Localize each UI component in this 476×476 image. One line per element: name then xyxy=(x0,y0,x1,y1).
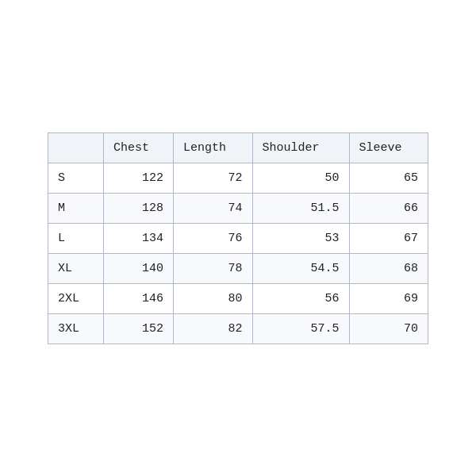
header-chest: Chest xyxy=(104,132,174,163)
cell-length: 72 xyxy=(174,163,252,193)
cell-sleeve: 68 xyxy=(349,253,428,283)
header-length: Length xyxy=(174,132,252,163)
cell-size: M xyxy=(48,193,104,223)
cell-sleeve: 67 xyxy=(349,223,428,253)
cell-size: XL xyxy=(48,253,104,283)
table-row: 2XL146805669 xyxy=(48,283,428,313)
cell-chest: 152 xyxy=(104,313,174,344)
table-row: L134765367 xyxy=(48,223,428,253)
cell-size: 2XL xyxy=(48,283,104,313)
cell-sleeve: 66 xyxy=(349,193,428,223)
cell-length: 78 xyxy=(174,253,252,283)
cell-shoulder: 56 xyxy=(252,283,349,313)
table-row: S122725065 xyxy=(48,163,428,193)
cell-length: 74 xyxy=(174,193,252,223)
header-sleeve: Sleeve xyxy=(349,132,428,163)
cell-chest: 146 xyxy=(104,283,174,313)
cell-shoulder: 53 xyxy=(252,223,349,253)
cell-shoulder: 54.5 xyxy=(252,253,349,283)
cell-length: 76 xyxy=(174,223,252,253)
size-chart-container: Chest Length Shoulder Sleeve S122725065M… xyxy=(48,132,428,344)
table-row: XL1407854.568 xyxy=(48,253,428,283)
cell-chest: 140 xyxy=(104,253,174,283)
cell-sleeve: 65 xyxy=(349,163,428,193)
cell-chest: 128 xyxy=(104,193,174,223)
cell-shoulder: 51.5 xyxy=(252,193,349,223)
cell-chest: 122 xyxy=(104,163,174,193)
cell-size: S xyxy=(48,163,104,193)
header-shoulder: Shoulder xyxy=(252,132,349,163)
cell-shoulder: 50 xyxy=(252,163,349,193)
cell-size: L xyxy=(48,223,104,253)
table-row: M1287451.566 xyxy=(48,193,428,223)
table-row: 3XL1528257.570 xyxy=(48,313,428,344)
cell-length: 80 xyxy=(174,283,252,313)
cell-sleeve: 70 xyxy=(349,313,428,344)
cell-length: 82 xyxy=(174,313,252,344)
cell-chest: 134 xyxy=(104,223,174,253)
header-row: Chest Length Shoulder Sleeve xyxy=(48,132,428,163)
cell-size: 3XL xyxy=(48,313,104,344)
size-chart-table: Chest Length Shoulder Sleeve S122725065M… xyxy=(48,132,428,344)
cell-sleeve: 69 xyxy=(349,283,428,313)
header-size xyxy=(48,132,104,163)
cell-shoulder: 57.5 xyxy=(252,313,349,344)
